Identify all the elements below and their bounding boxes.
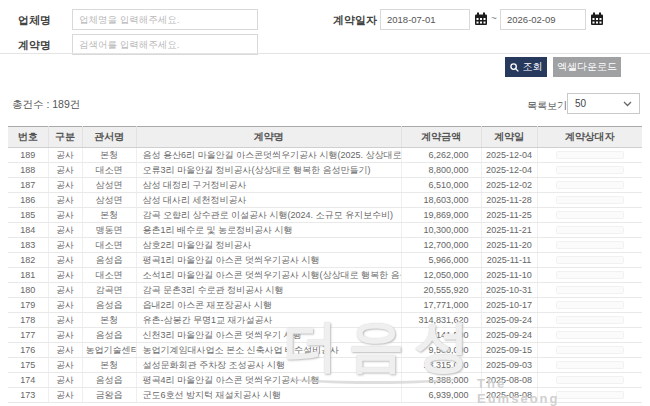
cell-contract-name: 읍내2리 아스콘 재포장공사 시행 <box>136 298 401 313</box>
cell-contract-name: 오류3리 마을안길 정비공사(상상대로 행복한 음성만들기) <box>136 163 401 178</box>
table-row[interactable]: 175공사본청설성문화회관 주차장 조성공사 시행13,315,0002025-… <box>8 358 642 373</box>
cell-contract-name: 신천3리 마을안길 아스콘 덧씌우기 시행 <box>136 328 401 343</box>
cell-office: 맹동면 <box>82 223 136 238</box>
cell-office: 본청 <box>82 313 136 328</box>
table-row[interactable]: 185공사본청감곡 오향리 상수관로 이설공사 시행(2024. 소규모 유지보… <box>8 208 642 223</box>
date-from-input[interactable] <box>380 9 470 30</box>
redacted-contractor <box>556 286 624 294</box>
col-contractor: 계약상대자 <box>537 127 642 148</box>
cell-amount: 8,141,500 <box>401 328 481 343</box>
cell-number: 173 <box>8 388 48 403</box>
page-size-select[interactable]: 50 <box>567 93 640 114</box>
cell-office: 대소면 <box>82 163 136 178</box>
table-row[interactable]: 187공사삼성면삼성 대정리 구거정비공사6,510,0002025-12-02 <box>8 178 642 193</box>
cell-amount: 6,510,000 <box>401 178 481 193</box>
chevron-down-icon <box>623 101 632 107</box>
redacted-contractor <box>556 316 624 324</box>
cell-number: 189 <box>8 148 48 163</box>
cell-contractor <box>537 253 642 268</box>
table-row[interactable]: 180공사감곡면감곡 문촌3리 수로관 정비공사 시행20,555,920202… <box>8 283 642 298</box>
redacted-contractor <box>556 196 624 204</box>
search-button[interactable]: 조회 <box>505 57 547 77</box>
table-row[interactable]: 189공사본청음성 용산6리 마을안길 아스콘덧씌우기공사 시행(2025. 상… <box>8 148 642 163</box>
cell-contractor <box>537 283 642 298</box>
cell-office: 본청 <box>82 358 136 373</box>
cell-date: 2025-09-24 <box>481 328 537 343</box>
cell-contract-name: 평곡1리 마을안길 아스콘 덧씌우기공사 시행 <box>136 253 401 268</box>
excel-download-button[interactable]: 엑셀다운로드 <box>553 57 621 77</box>
cell-date: 2025-10-17 <box>481 298 537 313</box>
cell-amount: 8,388,000 <box>401 373 481 388</box>
table-row[interactable]: 184공사맹동면용촌1리 배수로 및 농로정비공사 시행10,300,00020… <box>8 223 642 238</box>
table-row[interactable]: 186공사삼성면삼성 대사리 세천정비공사18,603,0002025-11-2… <box>8 193 642 208</box>
cell-number: 183 <box>8 238 48 253</box>
calendar-icon[interactable] <box>589 12 604 27</box>
cell-date: 2025-08-08 <box>481 373 537 388</box>
cell-contractor <box>537 148 642 163</box>
table-row[interactable]: 179공사음성읍읍내2리 아스콘 재포장공사 시행17,771,0002025-… <box>8 298 642 313</box>
cell-office: 음성읍 <box>82 298 136 313</box>
date-range-separator: ~ <box>491 13 497 24</box>
redacted-contractor <box>556 151 624 159</box>
cell-date: 2025-11-20 <box>481 238 537 253</box>
contract-name-input[interactable] <box>72 34 258 55</box>
table-row[interactable]: 174공사음성읍평곡4리 마을안길 아스콘 덧씌우기공사 시행8,388,000… <box>8 373 642 388</box>
cell-date: 2025-12-02 <box>481 178 537 193</box>
cell-amount: 6,262,000 <box>401 148 481 163</box>
table-row[interactable]: 181공사대소면소석1리 마을안길 아스콘 덧씌우기공사 시행(상상대로 행복한… <box>8 268 642 283</box>
table-row[interactable]: 173공사금왕읍군도6호선 방지턱 재설치공사 시행6,939,0002025-… <box>8 388 642 403</box>
cell-date: 2025-11-25 <box>481 208 537 223</box>
cell-contractor <box>537 373 642 388</box>
table-row[interactable]: 177공사음성읍신천3리 마을안길 아스콘 덧씌우기 시행8,141,50020… <box>8 328 642 343</box>
cell-office: 농업기술센터 <box>82 343 136 358</box>
cell-contract-name: 삼성 대사리 세천정비공사 <box>136 193 401 208</box>
cell-category: 공사 <box>48 298 82 313</box>
cell-contract-name: 감곡 문촌3리 수로관 정비공사 시행 <box>136 283 401 298</box>
cell-category: 공사 <box>48 163 82 178</box>
cell-number: 175 <box>8 358 48 373</box>
company-input[interactable] <box>72 9 258 30</box>
cell-contract-name: 평곡4리 마을안길 아스콘 덧씌우기공사 시행 <box>136 373 401 388</box>
cell-office: 삼성면 <box>82 193 136 208</box>
table-row[interactable]: 183공사대소면삼호2리 마을안길 정비공사12,700,0002025-11-… <box>8 238 642 253</box>
cell-date: 2025-12-04 <box>481 163 537 178</box>
cell-number: 179 <box>8 298 48 313</box>
form-divider <box>0 53 650 54</box>
cell-office: 대소면 <box>82 268 136 283</box>
cell-office: 감곡면 <box>82 283 136 298</box>
col-office: 관서명 <box>82 127 136 148</box>
cell-category: 공사 <box>48 388 82 403</box>
table-row[interactable]: 176공사농업기술센터농업기계임대사업소 본소 신축사업 배수설비공사9,500… <box>8 343 642 358</box>
cell-contract-name: 감곡 오향리 상수관로 이설공사 시행(2024. 소규모 유지보수비) <box>136 208 401 223</box>
cell-contract-name: 설성문화회관 주차장 조성공사 시행 <box>136 358 401 373</box>
cell-category: 공사 <box>48 193 82 208</box>
cell-category: 공사 <box>48 238 82 253</box>
table-row[interactable]: 178공사본청유촌-삼봉간 무명1교 재가설공사314,831,6202025-… <box>8 313 642 328</box>
cell-number: 178 <box>8 313 48 328</box>
cell-category: 공사 <box>48 208 82 223</box>
table-row[interactable]: 188공사대소면오류3리 마을안길 정비공사(상상대로 행복한 음성만들기)8,… <box>8 163 642 178</box>
cell-contractor <box>537 238 642 253</box>
cell-amount: 12,700,000 <box>401 238 481 253</box>
cell-date: 2025-12-04 <box>481 148 537 163</box>
cell-date: 2025-09-15 <box>481 343 537 358</box>
cell-contractor <box>537 313 642 328</box>
cell-contractor <box>537 343 642 358</box>
cell-number: 186 <box>8 193 48 208</box>
cell-amount: 13,315,000 <box>401 358 481 373</box>
cell-date: 2025-10-31 <box>481 283 537 298</box>
col-number: 번호 <box>8 127 48 148</box>
redacted-contractor <box>556 271 624 279</box>
col-contract-name: 계약명 <box>136 127 401 148</box>
table-row[interactable]: 182공사음성읍평곡1리 마을안길 아스콘 덧씌우기공사 시행5,966,000… <box>8 253 642 268</box>
cell-office: 금왕읍 <box>82 388 136 403</box>
cell-contractor <box>537 388 642 403</box>
redacted-contractor <box>556 211 624 219</box>
calendar-icon[interactable] <box>473 12 488 27</box>
cell-category: 공사 <box>48 343 82 358</box>
cell-contract-name: 유촌-삼봉간 무명1교 재가설공사 <box>136 313 401 328</box>
redacted-contractor <box>556 256 624 264</box>
cell-amount: 17,771,000 <box>401 298 481 313</box>
date-to-input[interactable] <box>500 9 586 30</box>
redacted-contractor <box>556 166 624 174</box>
